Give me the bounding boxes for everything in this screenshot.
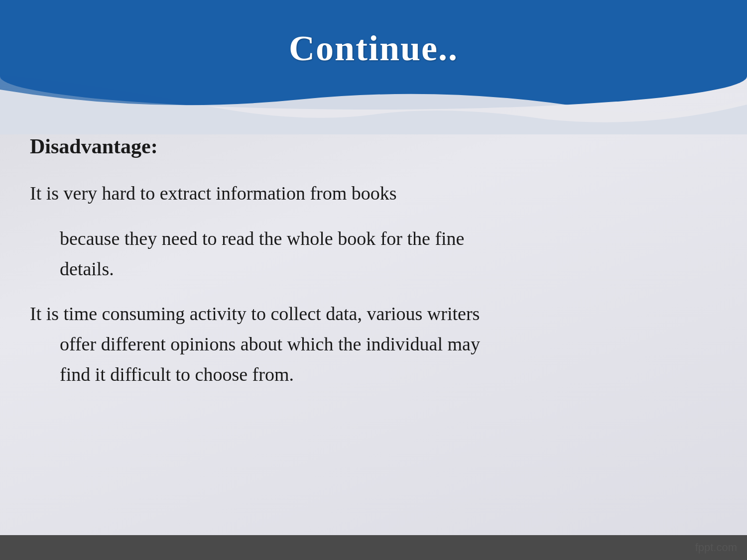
paragraph2-line3: find it difficult to choose from. [60, 359, 717, 390]
paragraph1-line1: It is very hard to extract information f… [30, 178, 717, 209]
slide-title: Continue.. [289, 28, 458, 69]
paragraph1-line2: because they need to read the whole book… [60, 224, 717, 254]
paragraph2-line2: offer different opinions about which the… [60, 329, 717, 359]
paragraph2-line1: It is time consuming activity to collect… [30, 299, 717, 329]
header-title-container: Continue.. [0, 0, 747, 97]
watermark: fppt.com [695, 541, 737, 554]
slide-content: Disadvantage: It is very hard to extract… [30, 134, 717, 390]
slide: Continue.. Disadvantage: It is very hard… [0, 0, 747, 560]
section-label: Disadvantage: [30, 134, 717, 158]
bottom-bar [0, 535, 747, 560]
paragraph1-line3: details. [60, 254, 717, 284]
